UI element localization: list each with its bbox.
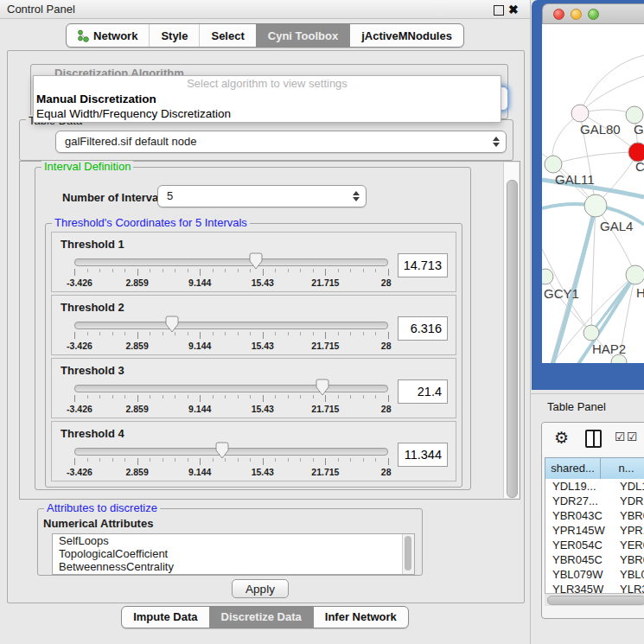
network-node[interactable] (545, 156, 562, 173)
cell-name[interactable]: YBR0 (613, 508, 644, 523)
attribute-list-item[interactable]: TopologicalCoefficient (53, 547, 414, 560)
numerical-attributes-list[interactable]: SelfLoopsTopologicalCoefficientBetweenne… (52, 533, 415, 575)
tick-label: 21.715 (311, 404, 339, 414)
tick-label: 9.144 (188, 341, 211, 351)
table-data-combobox[interactable]: galFiltered.sif default node (55, 131, 507, 153)
tick-label: 28 (381, 277, 392, 288)
tab-cyni-toolbox[interactable]: Cyni Toolbox (256, 24, 349, 47)
scrollbar-thumb[interactable] (405, 536, 411, 571)
cell-shared-name[interactable]: YDL19... (545, 479, 613, 494)
algorithm-option-manual[interactable]: Manual Discretization (34, 92, 501, 106)
table-row[interactable]: YBR043CYBR0 (545, 508, 644, 523)
threshold-slider[interactable] (74, 385, 388, 392)
tab-network[interactable]: Network (67, 24, 149, 47)
network-node[interactable] (584, 194, 607, 217)
settings-vertical-scrollbar[interactable] (503, 163, 519, 498)
attribute-list-item[interactable]: BetweennessCentrality (53, 560, 414, 573)
split-columns-icon[interactable] (585, 430, 602, 448)
table-horizontal-scrollbar[interactable] (545, 593, 644, 606)
cell-name[interactable]: YER0 (613, 538, 644, 552)
tick-label: 21.715 (311, 341, 339, 351)
cell-name[interactable]: YBR0 (613, 552, 644, 567)
network-node[interactable] (571, 105, 589, 122)
cell-name[interactable]: YLR3 (613, 582, 644, 593)
column-header-shared-name[interactable]: shared... (545, 458, 601, 480)
apply-button[interactable]: Apply (232, 579, 289, 598)
tab-jactivemnodules[interactable]: jActiveMNodules (349, 24, 463, 47)
slider-tick-labels: -3.4262.8599.14415.4321.71528 (74, 341, 388, 351)
scrollbar-thumb[interactable] (547, 596, 644, 605)
minimize-traffic-light-icon[interactable] (571, 9, 582, 20)
tab-style[interactable]: Style (149, 24, 199, 47)
cell-name[interactable]: YPR1 (613, 523, 644, 538)
cell-shared-name[interactable]: YDR27... (545, 494, 613, 508)
cell-shared-name[interactable]: YBR043C (545, 508, 613, 523)
tick-label: 2.859 (125, 404, 148, 414)
cell-shared-name[interactable]: YPR145W (545, 523, 613, 538)
threshold-value-field[interactable] (398, 379, 448, 404)
slider-tick-labels: -3.4262.8599.14415.4321.71528 (74, 467, 388, 477)
node-label: GCY1 (544, 286, 579, 301)
table-row[interactable]: YPR145WYPR1 (545, 523, 644, 538)
algorithm-dropdown-prompt: Select algorithm to view settings (34, 76, 501, 92)
network-node[interactable] (583, 325, 599, 341)
control-panel-title: Control Panel (7, 3, 75, 16)
tab-impute-data[interactable]: Impute Data (122, 607, 208, 628)
threshold-slider[interactable] (74, 258, 388, 266)
threshold-value-field[interactable] (398, 443, 448, 467)
algorithm-option-equal-width[interactable]: Equal Width/Frequency Discretization (34, 106, 501, 121)
slider-ticks (74, 269, 388, 277)
close-traffic-light-icon[interactable] (553, 9, 564, 20)
control-panel-titlebar: Control Panel (0, 0, 530, 19)
table-row[interactable]: YDR27...YDR2 (545, 494, 644, 508)
slider-thumb[interactable] (215, 442, 229, 459)
table-row[interactable]: YLR345WYLR3 (545, 582, 644, 593)
cell-shared-name[interactable]: YBR045C (545, 552, 613, 567)
threshold-value-field[interactable] (398, 253, 448, 277)
tick-label: 9.144 (188, 404, 211, 414)
zoom-traffic-light-icon[interactable] (588, 9, 599, 20)
network-window-titlebar[interactable] (542, 3, 644, 24)
cell-shared-name[interactable]: YBL079W (545, 567, 613, 582)
checkbox-icon[interactable]: ☑ (627, 430, 638, 443)
network-node[interactable] (626, 106, 643, 124)
table-row[interactable]: YBL079WYBL0 (545, 567, 644, 582)
combo-stepper-icon (353, 191, 360, 201)
node-label: GA (634, 122, 644, 137)
cell-shared-name[interactable]: YLR345W (545, 582, 613, 593)
network-node[interactable] (626, 265, 644, 284)
cell-shared-name[interactable]: YER054C (545, 538, 613, 552)
attribute-list-item[interactable]: SelfLoops (53, 534, 414, 547)
cell-name[interactable]: YDL1 (613, 479, 644, 494)
slider-thumb[interactable] (316, 379, 329, 396)
checkbox-icon[interactable]: ☑ (615, 430, 626, 443)
slider-thumb[interactable] (249, 252, 263, 270)
cell-name[interactable]: YDR2 (613, 494, 644, 508)
threshold-row: Threshold 3 -3.4262.8599.14415.4321.7152… (51, 358, 456, 418)
tick-label: 9.144 (188, 277, 211, 288)
close-icon[interactable]: ✖ (508, 1, 519, 18)
node-label: GAL4 (600, 219, 633, 233)
tab-select[interactable]: Select (199, 24, 255, 47)
number-of-intervals-combobox[interactable]: 5 (157, 185, 367, 207)
threshold-value-field[interactable] (398, 316, 448, 341)
network-canvas[interactable]: GAL80GACGAL11GAL4GCY1HHAP2 (542, 24, 644, 363)
slider-ticks (74, 395, 388, 403)
float-window-icon[interactable] (494, 5, 504, 16)
threshold-slider[interactable] (74, 448, 388, 456)
column-header-name[interactable]: n... (601, 458, 644, 480)
table-row[interactable]: YDL19...YDL1 (545, 479, 644, 494)
tab-infer-network[interactable]: Infer Network (313, 607, 408, 628)
table-row[interactable]: YBR045CYBR0 (545, 552, 644, 567)
threshold-slider[interactable] (74, 322, 388, 329)
attributes-scrollbar[interactable] (402, 534, 414, 574)
gear-icon[interactable]: ⚙ (554, 427, 569, 450)
scrollbar-thumb[interactable] (507, 180, 518, 498)
slider-thumb[interactable] (165, 316, 179, 333)
table-body[interactable]: YDL19...YDL1YDR27...YDR2YBR043CYBR0YPR14… (545, 479, 644, 593)
top-tabstrip: Network Style Select Cyni Toolbox jActiv… (0, 23, 530, 48)
table-row[interactable]: YER054CYER0 (545, 538, 644, 552)
tab-discretize-data[interactable]: Discretize Data (209, 607, 313, 628)
network-node[interactable] (542, 269, 553, 284)
cell-name[interactable]: YBL0 (613, 567, 644, 582)
